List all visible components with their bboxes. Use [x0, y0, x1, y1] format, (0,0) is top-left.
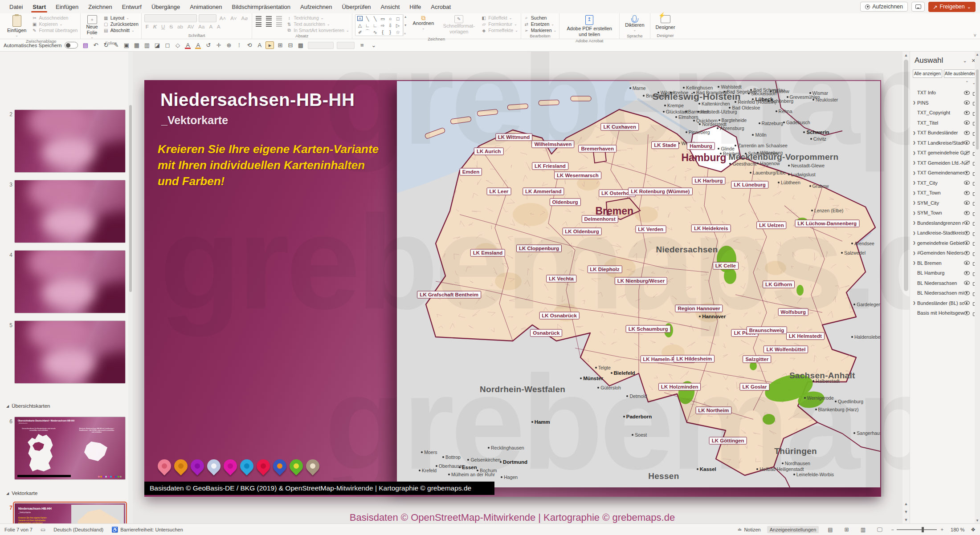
scroll-up-icon[interactable]: ▲ [902, 52, 910, 59]
district-label[interactable]: LK Holzminden [658, 383, 701, 390]
redo-icon[interactable]: ↻ [102, 42, 110, 49]
flowchart-shape[interactable]: ▷ [394, 22, 402, 28]
slide-sorter-icon[interactable]: ⊞ [842, 526, 852, 534]
expand-chevron-icon[interactable]: ❯ [913, 181, 917, 185]
rectangle-shape[interactable]: ▭ [379, 15, 387, 22]
share-button[interactable]: ↗ Freigeben ⌄ [928, 2, 976, 12]
visibility-eye-icon[interactable] [964, 271, 970, 275]
visibility-eye-icon[interactable] [964, 111, 970, 115]
map-pin-2[interactable] [172, 457, 190, 475]
layer-row[interactable]: ❯SYM_City [910, 198, 980, 208]
group-icon[interactable]: ⊞ [276, 42, 284, 49]
district-label[interactable]: LK Uelzen [756, 222, 787, 229]
district-label[interactable]: Delmenhorst [582, 215, 618, 223]
layout-button[interactable]: ▦Layout⌄ [103, 15, 139, 20]
notes-button[interactable]: ≐ Notizen [737, 527, 760, 533]
record-button[interactable]: Aufzeichnen [860, 2, 908, 12]
designer-button[interactable]: Designer [653, 14, 678, 31]
shape-fill-icon[interactable]: ◪ [153, 42, 161, 49]
visibility-eye-icon[interactable] [964, 201, 970, 205]
district-label[interactable]: LK Emsland [470, 249, 505, 257]
qat-combo-1[interactable] [308, 42, 334, 49]
thumbnail-scrollbar[interactable] [128, 52, 133, 523]
district-label[interactable]: LK Celle [713, 262, 739, 270]
reset-button[interactable]: ▢Zurücksetzen [103, 21, 139, 27]
district-label[interactable]: Hamburg [687, 142, 715, 150]
show-all-button[interactable]: Alle anzeigen [913, 69, 942, 78]
copy-icon[interactable]: ▣ [122, 42, 131, 49]
expand-chevron-icon[interactable]: ❯ [913, 171, 917, 175]
align-left-icon[interactable] [256, 22, 261, 23]
layer-row[interactable]: ❯TXT Landkreise/Stadtkreise [910, 138, 980, 148]
layer-row[interactable]: BL Hamburg [910, 268, 980, 278]
district-label[interactable]: LK Oldenburg [562, 227, 602, 235]
district-label[interactable]: Emden [460, 168, 482, 175]
layer-row[interactable]: Basis mit Hoheitsgewässern [910, 308, 980, 318]
district-label[interactable]: LK Gifhorn [763, 280, 795, 288]
save-icon[interactable]: ▤ [81, 42, 90, 49]
slide-thumbnail-5[interactable] [14, 320, 126, 384]
expand-chevron-icon[interactable]: ❯ [913, 101, 917, 105]
district-label[interactable]: LK Hildesheim [674, 355, 715, 362]
qat-more-icon[interactable]: ⌄ [369, 42, 378, 49]
line-shape[interactable]: ╲ [364, 15, 372, 22]
visibility-eye-icon[interactable] [964, 171, 970, 175]
refresh-icon[interactable]: ⟲ [245, 42, 253, 49]
district-label[interactable]: LK Ammerland [523, 188, 564, 195]
shape-outline-button[interactable]: ▱Formkontur⌄ [481, 21, 518, 27]
slideshow-icon[interactable]: 🖵 [874, 526, 885, 534]
text-box-shape[interactable]: A [357, 16, 363, 21]
slide-thumbnail-7[interactable]: Niedersachsen-HB-HH_VektorkarteKreieren … [14, 503, 126, 523]
picture-icon[interactable]: ▩ [296, 42, 305, 49]
district-label[interactable]: LK Harburg [692, 177, 725, 184]
rounded-rect-shape[interactable]: □ [394, 15, 402, 22]
highlight-color-button[interactable]: A [208, 24, 214, 30]
canvas-scrollbar[interactable]: ▲ ▲ ▼ ▼ [902, 52, 910, 523]
curve-shape[interactable]: ∿ [372, 28, 379, 35]
duplicate-icon[interactable]: ▥ [143, 42, 151, 49]
shape-gallery[interactable]: A╲╲▭○□△∟∟⇨⇩▷✐⌒∿{}☆ [355, 14, 403, 36]
star-shape[interactable]: ☆ [394, 28, 402, 35]
district-label[interactable]: LK Grafschaft Bentheim [417, 291, 481, 299]
tab-entwurf[interactable]: Entwurf [117, 1, 147, 12]
layer-row[interactable]: BL Niedersachsen [910, 278, 980, 288]
map-pin-1[interactable] [155, 457, 174, 475]
visibility-eye-icon[interactable] [964, 121, 970, 125]
tab-datei[interactable]: Datei [4, 1, 28, 12]
visibility-eye-icon[interactable] [964, 231, 970, 235]
district-label[interactable]: Bremerhaven [579, 145, 617, 153]
tab-zeichnen[interactable]: Zeichnen [83, 1, 117, 12]
bold-button[interactable]: F [144, 24, 150, 30]
text-box-icon[interactable]: A [255, 42, 264, 49]
arrow-down-shape[interactable]: ⇩ [387, 22, 394, 28]
district-label[interactable]: Osnabrück [530, 329, 562, 337]
expand-chevron-icon[interactable]: ❯ [913, 191, 917, 195]
layer-row[interactable]: ❯#Gemeinden Niedersachsen [910, 248, 980, 258]
reading-view-icon[interactable]: ▥ [858, 526, 868, 534]
district-label[interactable]: LK Verden [635, 226, 666, 233]
section-button[interactable]: ▤Abschnitt⌄ [103, 28, 139, 33]
visibility-eye-icon[interactable] [964, 131, 970, 135]
text-direction-button[interactable]: ↕Textrichtung⌄ [286, 15, 349, 20]
visibility-eye-icon[interactable] [964, 191, 970, 195]
layer-row[interactable]: ❯Landkreise-Stadtkreise [910, 228, 980, 238]
font-size-combo[interactable] [199, 14, 216, 22]
font-name-combo[interactable] [144, 14, 197, 22]
pane-dropdown-icon[interactable]: ⌄ [963, 58, 967, 64]
expand-chevron-icon[interactable]: ❯ [913, 251, 917, 255]
district-label[interactable]: LK Cuxhaven [600, 123, 639, 131]
district-label[interactable]: Salzgitter [743, 356, 771, 363]
display-settings-button[interactable]: Anzeigeeinstellungen [767, 526, 819, 533]
line-spacing-icon[interactable]: ≡ [358, 42, 366, 49]
copy-button[interactable]: ▣Kopieren⌄ [32, 21, 78, 27]
columns-icon[interactable] [276, 22, 282, 23]
accessibility-status[interactable]: Barrierefreiheit: Untersuchen [120, 527, 183, 532]
visibility-hidden-icon[interactable] [964, 161, 970, 165]
expand-chevron-icon[interactable]: ❯ [913, 231, 917, 235]
numbering-icon[interactable] [266, 16, 272, 17]
district-label[interactable]: LK Nienburg/Weser [615, 277, 668, 285]
expand-chevron-icon[interactable]: ❯ [913, 221, 917, 225]
expand-chevron-icon[interactable]: ❯ [913, 241, 917, 245]
district-label[interactable]: Wolfsburg [778, 308, 808, 316]
ellipse-shape[interactable]: ○ [387, 15, 394, 22]
